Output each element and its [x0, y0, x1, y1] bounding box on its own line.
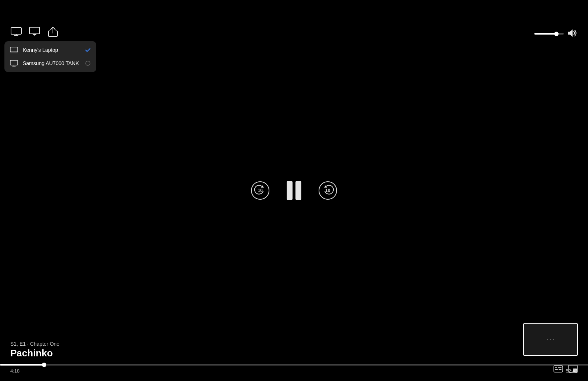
airplay-dropdown: Kenny's Laptop Samsung AU7000 TANK [4, 41, 96, 72]
volume-fill [534, 33, 556, 35]
svg-rect-16 [287, 181, 293, 200]
device-name-laptop: Kenny's Laptop [23, 47, 80, 53]
thumbnail-dot [550, 339, 551, 340]
progress-knob [42, 363, 46, 367]
rewind-button[interactable]: 10 [250, 180, 270, 201]
pause-button[interactable] [282, 179, 306, 202]
time-current: 4:18 [10, 368, 19, 374]
forward-button[interactable]: 10 [318, 180, 338, 201]
device-name-samsung: Samsung AU7000 TANK [23, 60, 80, 66]
laptop-icon [10, 46, 18, 54]
show-title: Pachinko [10, 348, 60, 359]
svg-text:10: 10 [325, 188, 330, 193]
svg-text:10: 10 [258, 188, 263, 193]
check-unselected-icon [85, 60, 91, 67]
device-item-laptop[interactable]: Kenny's Laptop [4, 43, 96, 57]
bottom-right-controls [553, 365, 578, 374]
center-playback-controls: 10 10 [250, 179, 338, 202]
progress-bar[interactable] [0, 364, 588, 366]
svg-rect-17 [295, 181, 301, 200]
svg-point-11 [86, 61, 90, 65]
volume-slider[interactable] [534, 33, 564, 35]
svg-marker-12 [568, 29, 573, 37]
top-left-toolbar [10, 26, 59, 37]
svg-marker-4 [32, 34, 37, 36]
captions-icon[interactable] [553, 365, 563, 374]
screen-icon[interactable] [10, 26, 22, 37]
svg-rect-24 [555, 369, 558, 370]
device-item-samsung[interactable]: Samsung AU7000 TANK [4, 57, 96, 70]
thumbnail-inner [524, 324, 577, 355]
svg-rect-27 [573, 368, 577, 372]
svg-rect-25 [559, 369, 562, 370]
thumbnail-preview [523, 323, 578, 356]
svg-rect-21 [554, 366, 563, 372]
picture-in-picture-icon[interactable] [568, 365, 578, 374]
episode-label: S1, E1 · Chapter One [10, 341, 60, 347]
airplay-icon[interactable] [29, 26, 40, 37]
check-selected-icon [85, 47, 91, 53]
svg-rect-3 [29, 27, 40, 34]
progress-fill [0, 364, 44, 366]
svg-rect-23 [558, 367, 562, 368]
volume-icon[interactable] [567, 29, 578, 39]
thumbnail-dot [553, 339, 554, 340]
thumbnail-dot [547, 339, 548, 340]
svg-rect-6 [10, 47, 18, 52]
svg-rect-8 [10, 60, 18, 65]
svg-rect-22 [555, 367, 557, 368]
thumbnail-placeholder [547, 339, 554, 340]
svg-rect-0 [11, 28, 21, 34]
share-icon[interactable] [47, 26, 59, 37]
volume-control [534, 29, 578, 39]
show-info: S1, E1 · Chapter One Pachinko [10, 341, 60, 359]
volume-knob [554, 32, 559, 36]
tv-icon [10, 60, 18, 67]
